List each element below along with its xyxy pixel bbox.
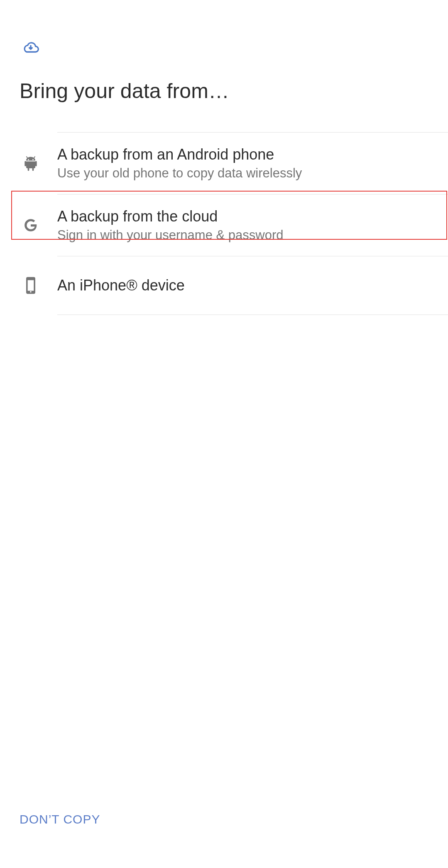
- option-android-backup[interactable]: A backup from an Android phone Use your …: [57, 132, 448, 194]
- google-g-icon: [21, 215, 41, 235]
- restore-options-list: A backup from an Android phone Use your …: [0, 132, 448, 315]
- option-title: A backup from an Android phone: [57, 145, 302, 164]
- cloud-download-icon: [20, 39, 428, 56]
- android-icon: [21, 153, 41, 173]
- option-title: An iPhone® device: [57, 276, 185, 295]
- option-subtitle: Use your old phone to copy data wireless…: [57, 165, 302, 182]
- iphone-icon: [21, 275, 41, 295]
- dont-copy-button[interactable]: DON’T COPY: [20, 812, 100, 826]
- option-title: A backup from the cloud: [57, 207, 283, 226]
- option-cloud-backup[interactable]: A backup from the cloud Sign in with you…: [57, 194, 448, 256]
- page-title: Bring your data from…: [20, 79, 428, 103]
- option-subtitle: Sign in with your username & password: [57, 227, 283, 243]
- option-iphone[interactable]: An iPhone® device: [57, 256, 448, 315]
